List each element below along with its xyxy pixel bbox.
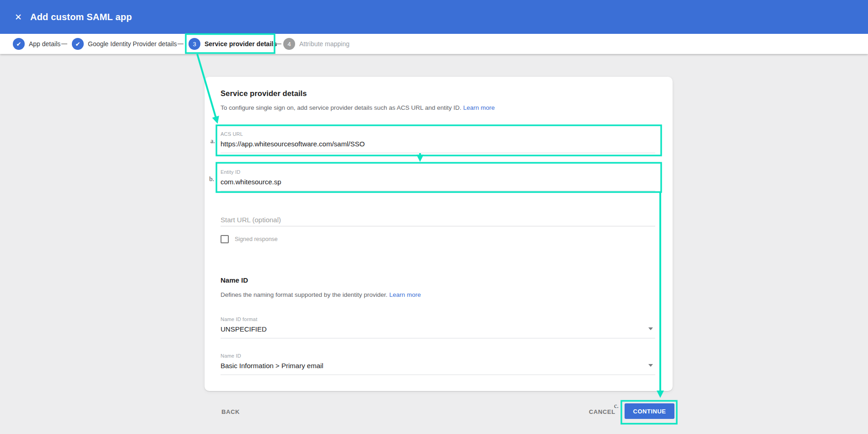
- signed-response-row: Signed response: [221, 235, 655, 243]
- step-number-icon: 4: [283, 38, 295, 50]
- acs-url-value[interactable]: https://app.whitesourcesoftware.com/saml…: [221, 139, 655, 149]
- name-id-format-label: Name ID format: [221, 316, 655, 322]
- name-id-label: Name ID: [221, 353, 655, 359]
- step-number-icon: 3: [189, 38, 200, 50]
- card-title: Service provider details: [221, 89, 655, 98]
- service-provider-details-card: Service provider details To configure si…: [205, 77, 673, 391]
- card-description: To configure single sign on, add service…: [221, 104, 655, 112]
- stepper-step-attribute-mapping[interactable]: 4 Attribute mapping: [283, 34, 350, 54]
- step-label: App details: [29, 40, 60, 48]
- acs-url-label: ACS URL: [221, 131, 655, 137]
- dialog-title: Add custom SAML app: [30, 12, 132, 22]
- stepper-step-google-idp-details[interactable]: ✔ Google Identity Provider details: [72, 34, 177, 54]
- start-url-field[interactable]: Start URL (optional): [221, 215, 655, 226]
- signed-response-checkbox[interactable]: [221, 235, 229, 243]
- name-id-section-title: Name ID: [221, 276, 655, 284]
- name-id-dropdown[interactable]: Name ID Basic Information > Primary emai…: [221, 353, 655, 375]
- continue-button[interactable]: CONTINUE: [625, 403, 674, 419]
- name-id-description-text: Defines the naming format supported by t…: [221, 291, 388, 298]
- dropdown-arrow-icon[interactable]: [648, 364, 653, 367]
- back-button[interactable]: BACK: [221, 408, 240, 415]
- acs-url-field[interactable]: ACS URL https://app.whitesourcesoftware.…: [221, 131, 655, 153]
- step-label: Google Identity Provider details: [88, 40, 177, 48]
- name-id-section-description: Defines the naming format supported by t…: [221, 291, 655, 299]
- step-connector: [61, 43, 67, 44]
- dialog-header: ✕ Add custom SAML app: [0, 0, 868, 34]
- dropdown-arrow-icon[interactable]: [648, 327, 653, 330]
- learn-more-link[interactable]: Learn more: [389, 291, 421, 298]
- signed-response-label: Signed response: [235, 236, 278, 242]
- wizard-stepper: ✔ App details ✔ Google Identity Provider…: [0, 34, 868, 54]
- stepper-step-app-details[interactable]: ✔ App details: [13, 34, 60, 54]
- stepper-step-service-provider-details[interactable]: 3 Service provider details: [189, 34, 277, 54]
- card-description-text: To configure single sign on, add service…: [221, 104, 461, 111]
- name-id-format-value[interactable]: UNSPECIFIED: [221, 324, 655, 334]
- step-connector: [275, 43, 281, 44]
- check-icon: ✔: [75, 41, 81, 47]
- step-complete-icon: ✔: [72, 38, 84, 50]
- step-complete-icon: ✔: [13, 38, 25, 50]
- learn-more-link[interactable]: Learn more: [463, 104, 495, 111]
- cancel-button[interactable]: CANCEL: [589, 408, 615, 415]
- check-icon: ✔: [16, 41, 22, 47]
- entity-id-label: Entity ID: [221, 169, 655, 175]
- step-connector: [178, 43, 183, 44]
- entity-id-field[interactable]: Entity ID com.whitesource.sp: [221, 169, 655, 191]
- name-id-value[interactable]: Basic Information > Primary email: [221, 361, 655, 371]
- close-icon[interactable]: ✕: [13, 11, 24, 22]
- step-label: Attribute mapping: [299, 40, 350, 48]
- name-id-format-dropdown[interactable]: Name ID format UNSPECIFIED: [221, 316, 655, 338]
- start-url-placeholder: Start URL (optional): [221, 215, 655, 225]
- entity-id-value[interactable]: com.whitesource.sp: [221, 177, 655, 187]
- step-label: Service provider details: [205, 40, 277, 48]
